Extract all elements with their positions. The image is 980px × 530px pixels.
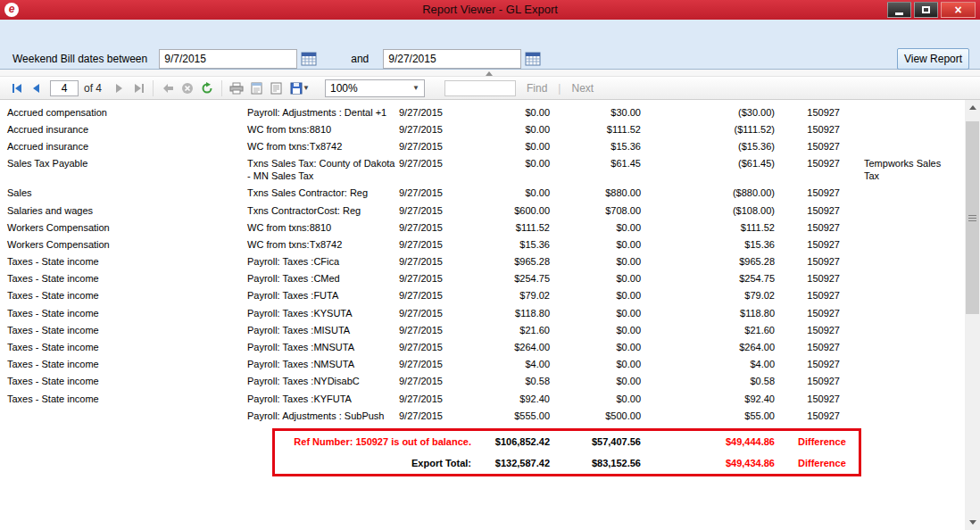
cell-debit: $0.00 — [463, 123, 550, 136]
cell-credit: $0.00 — [550, 393, 641, 405]
cell-ref: 150927 — [775, 123, 840, 136]
cell-desc: WC from txns:8810 — [247, 123, 399, 136]
cell-amount: $965.28 — [641, 255, 775, 268]
table-row: Workers CompensationWC from txns:88109/2… — [7, 219, 959, 236]
scrollbar-thumb[interactable] — [966, 121, 979, 314]
last-page-icon — [133, 83, 145, 94]
cell-ref: 150927 — [775, 221, 840, 234]
end-date-input[interactable] — [383, 49, 521, 69]
collapse-parameters-button[interactable] — [483, 70, 495, 76]
find-button[interactable]: Find — [527, 82, 547, 95]
refresh-button[interactable] — [197, 79, 217, 97]
close-button[interactable]: × — [941, 2, 976, 18]
cell-amount: ($61.45) — [641, 157, 775, 170]
out-of-balance-message: Ref Number: 150927 is out of balance. — [275, 436, 471, 447]
cell-desc: Txns Sales Contractor: Reg — [247, 186, 399, 199]
maximize-button[interactable] — [914, 2, 938, 18]
scrollbar-grip-icon — [968, 215, 976, 221]
table-row: Accrued insuranceWC from txns:Tx87429/27… — [7, 137, 959, 154]
cell-debit: $111.52 — [463, 221, 550, 234]
export-total-label: Export Total: — [275, 458, 471, 468]
find-input[interactable] — [444, 80, 516, 96]
cell-debit: $254.75 — [463, 272, 550, 285]
start-date-calendar-button[interactable] — [299, 49, 319, 69]
view-report-button[interactable]: View Report — [897, 48, 969, 70]
zoom-select[interactable]: 100% ▼ — [325, 79, 425, 97]
cell-ref: 150927 — [775, 358, 840, 370]
arrow-down-icon — [969, 520, 976, 525]
find-next-separator: | — [558, 82, 561, 95]
print-button[interactable] — [227, 79, 246, 97]
first-page-button[interactable] — [7, 79, 27, 97]
print-layout-button[interactable] — [246, 79, 266, 97]
cell-debit: $555.00 — [463, 410, 550, 422]
cell-desc: Payroll: Taxes :KYSUTA — [247, 307, 399, 319]
total-difference: $49,434.86 — [641, 458, 775, 468]
end-date-calendar-button[interactable] — [523, 49, 543, 69]
cell-credit: $708.00 — [550, 204, 641, 217]
table-row: SalesTxns Sales Contractor: Reg9/27/2015… — [7, 185, 959, 202]
cell-credit: $0.00 — [550, 341, 641, 353]
cell-debit: $15.36 — [463, 238, 550, 251]
cell-credit: $0.00 — [550, 307, 641, 319]
cell-debit: $79.02 — [463, 289, 550, 302]
cell-account: Workers Compensation — [7, 221, 247, 234]
back-arrow-icon — [162, 83, 174, 94]
total-debit: $132,587.42 — [471, 458, 550, 468]
cell-ref: 150927 — [775, 186, 840, 199]
total-difference: $49,444.86 — [641, 436, 775, 447]
cell-desc: Payroll: Taxes :CFica — [247, 255, 399, 268]
cell-date: 9/27/2015 — [399, 307, 463, 319]
scroll-up-button[interactable] — [965, 100, 980, 115]
arrow-up-icon — [969, 105, 976, 110]
cell-amount: ($30.00) — [641, 106, 775, 119]
cell-ref: 150927 — [775, 140, 840, 153]
back-to-parent-button[interactable] — [158, 79, 178, 97]
chevron-up-icon — [486, 71, 493, 76]
cell-ref: 150927 — [775, 375, 840, 387]
cell-debit: $92.40 — [463, 393, 550, 405]
cell-desc: WC from txns:Tx8742 — [247, 140, 399, 153]
cell-ref: 150927 — [775, 272, 840, 285]
stop-rendering-button[interactable] — [178, 79, 197, 97]
previous-page-button[interactable] — [27, 79, 46, 97]
export-dropdown-caret-icon: ▼ — [303, 84, 310, 92]
cell-account: Sales — [7, 186, 247, 199]
cell-debit: $264.00 — [463, 341, 550, 353]
difference-label: Difference — [775, 436, 859, 447]
table-row: Payroll: Adjustments : SubPush9/27/2015$… — [7, 407, 959, 424]
page-setup-button[interactable] — [266, 79, 286, 97]
out-of-balance-row: Ref Number: 150927 is out of balance.$10… — [275, 431, 859, 452]
export-button[interactable]: ▼ — [286, 79, 314, 97]
find-next-button[interactable]: Next — [571, 82, 594, 95]
cell-credit: $0.00 — [550, 272, 641, 285]
cell-credit: $111.52 — [550, 123, 641, 136]
cell-credit: $0.00 — [550, 375, 641, 387]
dates-label: Weekend Bill dates between — [12, 53, 147, 65]
next-page-button[interactable] — [109, 79, 129, 97]
cell-ref: 150927 — [775, 238, 840, 251]
scroll-down-button[interactable] — [965, 515, 980, 530]
cell-amount: ($108.00) — [641, 204, 775, 217]
table-row: Taxes - State incomePayroll: Taxes :MISU… — [7, 321, 959, 338]
start-date-input[interactable] — [159, 49, 297, 69]
cell-account: Taxes - State income — [7, 255, 247, 268]
minimize-button[interactable] — [887, 2, 911, 18]
cell-account: Sales Tax Payable — [7, 157, 247, 170]
vertical-scrollbar[interactable] — [965, 100, 980, 530]
cell-ref: 150927 — [775, 393, 840, 405]
cell-date: 9/27/2015 — [399, 238, 463, 251]
cell-amount: $0.58 — [641, 375, 775, 387]
parameters-panel: Weekend Bill dates between and View Repo… — [0, 20, 980, 70]
last-page-button[interactable] — [129, 79, 148, 97]
current-page-input[interactable] — [50, 80, 79, 96]
export-save-icon — [290, 82, 303, 95]
cell-account: Taxes - State income — [7, 289, 247, 302]
cell-extra: Tempworks Sales Tax — [840, 157, 959, 182]
table-row: Taxes - State incomePayroll: Taxes :CMed… — [7, 270, 959, 287]
cell-amount: $15.36 — [641, 238, 775, 251]
table-row: Workers CompensationWC from txns:Tx87429… — [7, 236, 959, 253]
cell-credit: $0.00 — [550, 255, 641, 268]
first-page-icon — [12, 83, 23, 94]
cell-debit: $0.00 — [463, 106, 550, 119]
